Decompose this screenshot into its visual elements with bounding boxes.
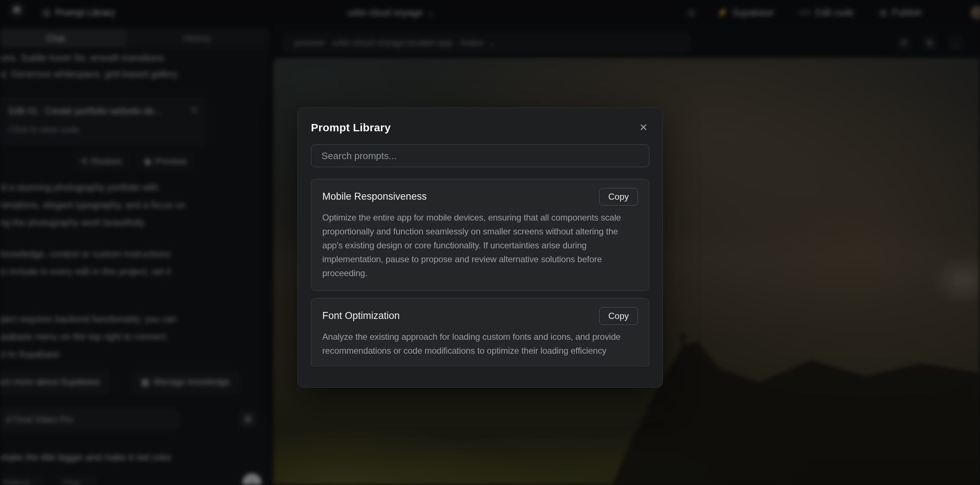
prompt-card: Mobile Responsiveness Copy Optimize the … <box>311 179 649 291</box>
close-icon[interactable]: ✕ <box>638 121 649 134</box>
copy-button[interactable]: Copy <box>599 188 638 206</box>
prompt-title: Font Optimization <box>322 307 400 322</box>
prompt-description: Optimize the entire app for mobile devic… <box>322 211 638 280</box>
prompt-card-header: Mobile Responsiveness Copy <box>322 188 638 206</box>
prompt-card: Font Optimization Copy Analyze the exist… <box>311 298 649 367</box>
prompt-title: Mobile Responsiveness <box>322 188 426 202</box>
search-input[interactable] <box>311 144 649 167</box>
prompt-card-header: Font Optimization Copy <box>322 307 638 325</box>
prompt-description: Analyze the existing approach for loadin… <box>322 330 638 358</box>
modal-title: Prompt Library <box>311 121 391 134</box>
modal-header: Prompt Library ✕ <box>311 120 649 135</box>
prompt-list: Mobile Responsiveness Copy Optimize the … <box>311 179 649 367</box>
copy-button[interactable]: Copy <box>599 307 638 325</box>
prompt-library-modal: Prompt Library ✕ Mobile Responsiveness C… <box>298 108 663 388</box>
